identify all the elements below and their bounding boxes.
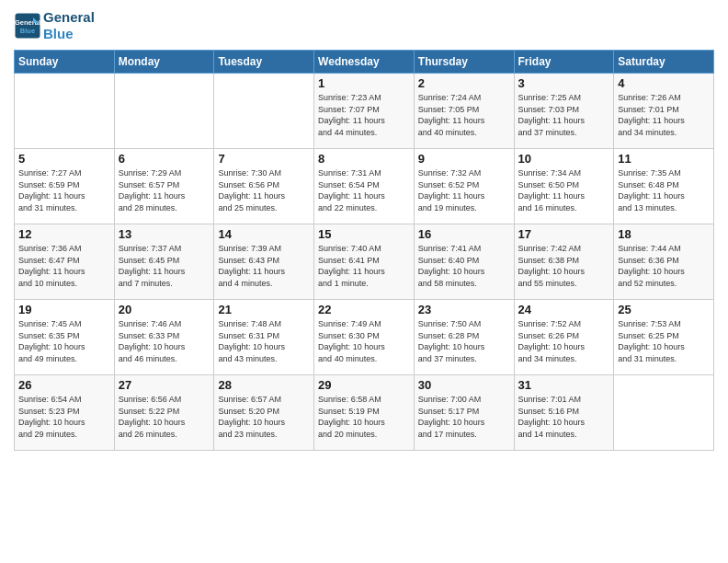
- day-info: Sunrise: 7:01 AM Sunset: 5:16 PM Dayligh…: [518, 394, 610, 440]
- calendar-cell: 22Sunrise: 7:49 AM Sunset: 6:30 PM Dayli…: [314, 300, 415, 375]
- day-info: Sunrise: 7:00 AM Sunset: 5:17 PM Dayligh…: [418, 394, 510, 440]
- day-info: Sunrise: 7:26 AM Sunset: 7:01 PM Dayligh…: [618, 92, 710, 138]
- calendar-cell: 3Sunrise: 7:25 AM Sunset: 7:03 PM Daylig…: [514, 74, 614, 149]
- day-info: Sunrise: 7:49 AM Sunset: 6:30 PM Dayligh…: [318, 318, 410, 364]
- calendar-cell: 28Sunrise: 6:57 AM Sunset: 5:20 PM Dayli…: [214, 375, 314, 451]
- calendar-cell: 8Sunrise: 7:31 AM Sunset: 6:54 PM Daylig…: [314, 149, 415, 224]
- day-info: Sunrise: 7:44 AM Sunset: 6:36 PM Dayligh…: [618, 243, 710, 289]
- day-info: Sunrise: 7:37 AM Sunset: 6:45 PM Dayligh…: [119, 243, 210, 289]
- calendar-cell: 17Sunrise: 7:42 AM Sunset: 6:38 PM Dayli…: [514, 224, 614, 300]
- day-number: 18: [618, 227, 710, 241]
- calendar-cell: 31Sunrise: 7:01 AM Sunset: 5:16 PM Dayli…: [514, 375, 614, 451]
- day-info: Sunrise: 7:40 AM Sunset: 6:41 PM Dayligh…: [318, 243, 410, 289]
- calendar-cell: 14Sunrise: 7:39 AM Sunset: 6:43 PM Dayli…: [214, 224, 314, 300]
- day-info: Sunrise: 7:39 AM Sunset: 6:43 PM Dayligh…: [218, 243, 310, 289]
- calendar-cell: 13Sunrise: 7:37 AM Sunset: 6:45 PM Dayli…: [114, 224, 214, 300]
- day-number: 2: [418, 76, 510, 90]
- day-number: 26: [18, 378, 110, 392]
- header-tuesday: Tuesday: [214, 51, 314, 74]
- calendar-cell: 10Sunrise: 7:34 AM Sunset: 6:50 PM Dayli…: [514, 149, 614, 224]
- day-number: 3: [518, 76, 610, 90]
- day-info: Sunrise: 7:53 AM Sunset: 6:25 PM Dayligh…: [618, 318, 710, 364]
- day-info: Sunrise: 7:52 AM Sunset: 6:26 PM Dayligh…: [518, 318, 610, 364]
- day-info: Sunrise: 7:31 AM Sunset: 6:54 PM Dayligh…: [318, 167, 410, 213]
- day-number: 31: [518, 378, 610, 392]
- day-number: 17: [518, 227, 610, 241]
- header-friday: Friday: [514, 51, 614, 74]
- day-info: Sunrise: 6:57 AM Sunset: 5:20 PM Dayligh…: [218, 394, 310, 440]
- day-number: 6: [119, 152, 210, 166]
- day-number: 14: [218, 227, 310, 241]
- day-number: 24: [518, 303, 610, 316]
- calendar-cell: 9Sunrise: 7:32 AM Sunset: 6:52 PM Daylig…: [414, 149, 514, 224]
- day-info: Sunrise: 7:50 AM Sunset: 6:28 PM Dayligh…: [418, 318, 510, 364]
- calendar-cell: 27Sunrise: 6:56 AM Sunset: 5:22 PM Dayli…: [114, 375, 214, 451]
- day-info: Sunrise: 6:56 AM Sunset: 5:22 PM Dayligh…: [119, 394, 210, 440]
- calendar-cell: 5Sunrise: 7:27 AM Sunset: 6:59 PM Daylig…: [15, 149, 115, 224]
- day-info: Sunrise: 7:46 AM Sunset: 6:33 PM Dayligh…: [119, 318, 210, 364]
- calendar-cell: [614, 375, 714, 451]
- day-number: 16: [418, 227, 510, 241]
- calendar-cell: 18Sunrise: 7:44 AM Sunset: 6:36 PM Dayli…: [614, 224, 714, 300]
- day-info: Sunrise: 7:30 AM Sunset: 6:56 PM Dayligh…: [218, 167, 310, 213]
- logo: General Blue General Blue: [14, 9, 95, 42]
- calendar-cell: 23Sunrise: 7:50 AM Sunset: 6:28 PM Dayli…: [414, 300, 514, 375]
- day-number: 9: [418, 152, 510, 166]
- day-number: 19: [18, 303, 110, 316]
- calendar-cell: 12Sunrise: 7:36 AM Sunset: 6:47 PM Dayli…: [15, 224, 115, 300]
- day-info: Sunrise: 7:32 AM Sunset: 6:52 PM Dayligh…: [418, 167, 510, 213]
- calendar-cell: 25Sunrise: 7:53 AM Sunset: 6:25 PM Dayli…: [614, 300, 714, 375]
- day-number: 29: [318, 378, 410, 392]
- day-info: Sunrise: 7:29 AM Sunset: 6:57 PM Dayligh…: [119, 167, 210, 213]
- day-info: Sunrise: 7:35 AM Sunset: 6:48 PM Dayligh…: [618, 167, 710, 213]
- calendar-cell: 26Sunrise: 6:54 AM Sunset: 5:23 PM Dayli…: [15, 375, 115, 451]
- day-info: Sunrise: 6:54 AM Sunset: 5:23 PM Dayligh…: [18, 394, 110, 440]
- calendar-cell: 2Sunrise: 7:24 AM Sunset: 7:05 PM Daylig…: [414, 74, 514, 149]
- calendar-header-row: SundayMondayTuesdayWednesdayThursdayFrid…: [15, 51, 714, 74]
- calendar-body: 1Sunrise: 7:23 AM Sunset: 7:07 PM Daylig…: [15, 74, 714, 451]
- calendar-cell: 6Sunrise: 7:29 AM Sunset: 6:57 PM Daylig…: [114, 149, 214, 224]
- page-container: General Blue General Blue SundayMondayTu…: [0, 0, 728, 460]
- week-row-4: 19Sunrise: 7:45 AM Sunset: 6:35 PM Dayli…: [15, 300, 714, 375]
- header-wednesday: Wednesday: [314, 51, 415, 74]
- calendar-cell: 19Sunrise: 7:45 AM Sunset: 6:35 PM Dayli…: [15, 300, 115, 375]
- day-number: 4: [618, 76, 710, 90]
- day-info: Sunrise: 7:25 AM Sunset: 7:03 PM Dayligh…: [518, 92, 610, 138]
- day-number: 12: [18, 227, 110, 241]
- week-row-5: 26Sunrise: 6:54 AM Sunset: 5:23 PM Dayli…: [15, 375, 714, 451]
- calendar-cell: [15, 74, 115, 149]
- calendar-cell: 11Sunrise: 7:35 AM Sunset: 6:48 PM Dayli…: [614, 149, 714, 224]
- day-number: 11: [618, 152, 710, 166]
- logo-text-line2: Blue: [43, 26, 95, 42]
- calendar-cell: 15Sunrise: 7:40 AM Sunset: 6:41 PM Dayli…: [314, 224, 415, 300]
- calendar-cell: 24Sunrise: 7:52 AM Sunset: 6:26 PM Dayli…: [514, 300, 614, 375]
- logo-icon: General Blue: [14, 12, 41, 40]
- header-monday: Monday: [114, 51, 214, 74]
- calendar-cell: 20Sunrise: 7:46 AM Sunset: 6:33 PM Dayli…: [114, 300, 214, 375]
- day-number: 15: [318, 227, 410, 241]
- week-row-3: 12Sunrise: 7:36 AM Sunset: 6:47 PM Dayli…: [15, 224, 714, 300]
- day-number: 8: [318, 152, 410, 166]
- day-number: 22: [318, 303, 410, 316]
- calendar-cell: 4Sunrise: 7:26 AM Sunset: 7:01 PM Daylig…: [614, 74, 714, 149]
- header-thursday: Thursday: [414, 51, 514, 74]
- day-info: Sunrise: 7:45 AM Sunset: 6:35 PM Dayligh…: [18, 318, 110, 364]
- calendar-cell: 1Sunrise: 7:23 AM Sunset: 7:07 PM Daylig…: [314, 74, 415, 149]
- day-number: 30: [418, 378, 510, 392]
- header-sunday: Sunday: [15, 51, 115, 74]
- calendar-cell: 16Sunrise: 7:41 AM Sunset: 6:40 PM Dayli…: [414, 224, 514, 300]
- day-info: Sunrise: 7:34 AM Sunset: 6:50 PM Dayligh…: [518, 167, 610, 213]
- day-info: Sunrise: 7:41 AM Sunset: 6:40 PM Dayligh…: [418, 243, 510, 289]
- calendar-cell: 21Sunrise: 7:48 AM Sunset: 6:31 PM Dayli…: [214, 300, 314, 375]
- svg-text:Blue: Blue: [20, 27, 35, 35]
- day-number: 5: [18, 152, 110, 166]
- calendar-cell: 30Sunrise: 7:00 AM Sunset: 5:17 PM Dayli…: [414, 375, 514, 451]
- day-number: 20: [119, 303, 210, 316]
- day-info: Sunrise: 7:24 AM Sunset: 7:05 PM Dayligh…: [418, 92, 510, 138]
- day-number: 23: [418, 303, 510, 316]
- day-info: Sunrise: 7:48 AM Sunset: 6:31 PM Dayligh…: [218, 318, 310, 364]
- calendar-cell: 29Sunrise: 6:58 AM Sunset: 5:19 PM Dayli…: [314, 375, 415, 451]
- day-number: 1: [318, 76, 410, 90]
- calendar-cell: [114, 74, 214, 149]
- day-number: 28: [218, 378, 310, 392]
